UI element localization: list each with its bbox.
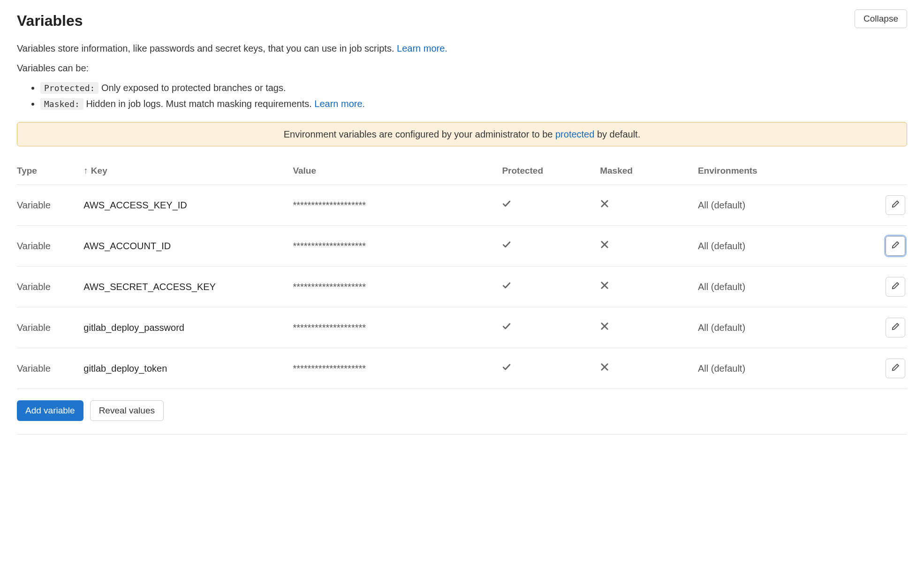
edit-button[interactable] [886, 236, 905, 256]
learn-more-link[interactable]: Learn more. [397, 43, 447, 54]
x-icon [600, 322, 609, 333]
cell-type: Variable [17, 307, 83, 348]
cell-protected [502, 348, 600, 389]
cell-type: Variable [17, 225, 83, 266]
edit-button[interactable] [886, 359, 905, 378]
table-row: VariableAWS_SECRET_ACCESS_KEY***********… [17, 266, 907, 307]
alert-prefix: Environment variables are configured by … [284, 129, 555, 139]
cell-actions [854, 184, 907, 225]
cell-key: AWS_ACCESS_KEY_ID [83, 184, 293, 225]
list-item: Protected: Only exposed to protected bra… [40, 81, 907, 95]
cell-protected [502, 266, 600, 307]
cell-protected [502, 184, 600, 225]
cell-type: Variable [17, 348, 83, 389]
cell-environments: All (default) [698, 348, 854, 389]
cell-masked [600, 225, 698, 266]
list-item: Masked: Hidden in job logs. Must match m… [40, 97, 907, 111]
col-masked[interactable]: Masked [600, 158, 698, 184]
col-type[interactable]: Type [17, 158, 83, 184]
cell-actions [854, 348, 907, 389]
masked-desc: Hidden in job logs. Must match masking r… [83, 99, 314, 109]
cell-masked [600, 348, 698, 389]
protected-code-label: Protected: [40, 82, 98, 94]
cell-value: ******************** [293, 266, 502, 307]
cell-masked [600, 307, 698, 348]
intro-prefix: Variables store information, like passwo… [17, 43, 397, 54]
alert-suffix: by default. [594, 129, 640, 139]
cell-type: Variable [17, 184, 83, 225]
table-row: VariableAWS_ACCOUNT_ID******************… [17, 225, 907, 266]
learn-more-masking-link[interactable]: Learn more. [314, 99, 365, 109]
variable-types-list: Protected: Only exposed to protected bra… [17, 81, 907, 111]
x-icon [600, 241, 609, 251]
cell-protected [502, 307, 600, 348]
cell-actions [854, 266, 907, 307]
check-icon [502, 241, 511, 251]
check-icon [502, 363, 511, 374]
x-icon [600, 282, 609, 292]
col-value[interactable]: Value [293, 158, 502, 184]
col-key[interactable]: ↑Key [83, 158, 293, 184]
collapse-button[interactable]: Collapse [855, 9, 907, 28]
protected-desc: Only exposed to protected branches or ta… [98, 83, 286, 93]
cell-protected [502, 225, 600, 266]
table-row: Variablegitlab_deploy_password**********… [17, 307, 907, 348]
edit-button[interactable] [886, 318, 905, 337]
cell-environments: All (default) [698, 225, 854, 266]
cell-masked [600, 184, 698, 225]
check-icon [502, 322, 511, 333]
cell-key: AWS_SECRET_ACCESS_KEY [83, 266, 293, 307]
pencil-icon [891, 363, 900, 374]
reveal-values-button[interactable]: Reveal values [90, 400, 164, 421]
check-icon [502, 200, 511, 210]
cell-key: gitlab_deploy_token [83, 348, 293, 389]
col-key-label: Key [91, 166, 107, 176]
pencil-icon [891, 199, 900, 210]
arrow-up-icon: ↑ [83, 166, 88, 176]
cell-value: ******************** [293, 184, 502, 225]
col-environments[interactable]: Environments [698, 158, 854, 184]
col-protected[interactable]: Protected [502, 158, 600, 184]
cell-value: ******************** [293, 307, 502, 348]
edit-button[interactable] [886, 277, 905, 297]
x-icon [600, 363, 609, 374]
pencil-icon [891, 322, 900, 333]
cell-environments: All (default) [698, 184, 854, 225]
intro-text: Variables store information, like passwo… [17, 41, 907, 55]
can-be-text: Variables can be: [17, 61, 907, 75]
cell-actions [854, 225, 907, 266]
pencil-icon [891, 240, 900, 251]
variables-table: Type ↑Key Value Protected Masked Environ… [17, 158, 907, 389]
protected-default-alert: Environment variables are configured by … [17, 122, 907, 146]
cell-value: ******************** [293, 225, 502, 266]
cell-masked [600, 266, 698, 307]
alert-protected-link[interactable]: protected [555, 129, 594, 139]
edit-button[interactable] [886, 195, 905, 215]
table-row: Variablegitlab_deploy_token*************… [17, 348, 907, 389]
cell-type: Variable [17, 266, 83, 307]
cell-key: AWS_ACCOUNT_ID [83, 225, 293, 266]
cell-key: gitlab_deploy_password [83, 307, 293, 348]
add-variable-button[interactable]: Add variable [17, 400, 83, 421]
table-row: VariableAWS_ACCESS_KEY_ID***************… [17, 184, 907, 225]
cell-environments: All (default) [698, 307, 854, 348]
cell-value: ******************** [293, 348, 502, 389]
check-icon [502, 282, 511, 292]
cell-environments: All (default) [698, 266, 854, 307]
page-title: Variables [17, 9, 83, 32]
x-icon [600, 200, 609, 210]
masked-code-label: Masked: [40, 98, 83, 110]
pencil-icon [891, 281, 900, 292]
cell-actions [854, 307, 907, 348]
col-actions [854, 158, 907, 184]
